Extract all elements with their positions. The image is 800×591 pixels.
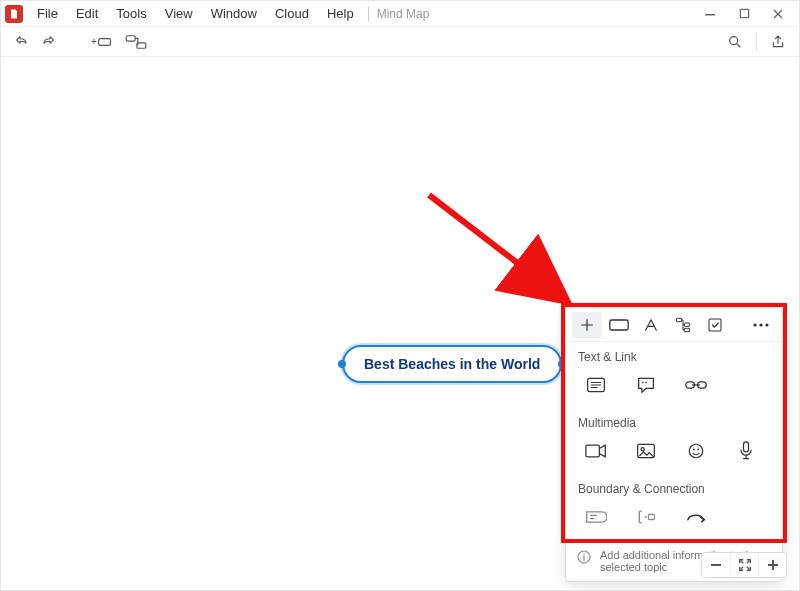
section-title-multimedia: Multimedia [578,416,770,430]
svg-rect-26 [649,515,655,520]
main-menu: File Edit Tools View Window Cloud Help [29,3,362,24]
insert-image-button[interactable] [628,436,664,466]
panel-tab-structure[interactable] [668,312,698,338]
panel-tab-shape[interactable] [604,312,634,338]
svg-rect-29 [711,564,721,566]
panel-tab-insert[interactable] [572,312,602,338]
window-minimize-button[interactable] [693,2,727,26]
menu-separator [368,7,369,21]
svg-rect-31 [772,560,774,570]
svg-point-14 [759,323,762,326]
app-icon [5,5,23,23]
svg-rect-0 [705,14,715,16]
undo-button[interactable] [9,30,35,54]
section-title-boundary-connection: Boundary & Connection [578,482,770,496]
panel-tab-text[interactable] [636,312,666,338]
node-handle-left[interactable] [338,360,346,368]
zoom-bar [701,552,787,578]
svg-rect-1 [740,9,748,17]
share-button[interactable] [765,30,791,54]
insert-video-button[interactable] [578,436,614,466]
annotation-arrow [419,185,599,325]
svg-point-23 [693,449,695,451]
insert-comment-button[interactable] [628,370,664,400]
svg-text:+: + [91,36,97,47]
menu-edit[interactable]: Edit [68,3,106,24]
panel-section-boundary-connection: Boundary & Connection [566,474,782,540]
svg-point-28 [583,554,585,556]
svg-rect-11 [684,328,689,331]
titlebar: File Edit Tools View Window Cloud Help M… [1,1,799,27]
menu-help[interactable]: Help [319,3,362,24]
toolbar-separator [756,33,757,51]
document-title: Mind Map [375,7,430,21]
insert-hyperlink-button[interactable] [678,370,714,400]
window-close-button[interactable] [761,2,795,26]
panel-section-multimedia: Multimedia [566,408,782,474]
menu-view[interactable]: View [157,3,201,24]
menu-tools[interactable]: Tools [108,3,154,24]
svg-rect-19 [586,445,600,457]
svg-point-15 [765,323,768,326]
insert-audio-button[interactable] [728,436,764,466]
insert-emoji-button[interactable] [678,436,714,466]
insert-summary-button[interactable] [628,502,664,532]
add-subtopic-button[interactable] [123,30,149,54]
svg-point-13 [753,323,756,326]
insert-note-button[interactable] [578,370,614,400]
panel-tab-strip [566,308,782,342]
svg-rect-12 [709,319,721,331]
zoom-fit-button[interactable] [730,553,758,577]
svg-point-24 [697,449,699,451]
svg-rect-10 [684,323,689,326]
svg-point-6 [730,36,738,44]
menu-file[interactable]: File [29,3,66,24]
add-topic-button[interactable]: + [89,30,115,54]
svg-rect-25 [744,442,749,452]
canvas[interactable]: Best Beaches in the World [1,57,799,562]
menu-cloud[interactable]: Cloud [267,3,317,24]
info-icon [576,549,592,565]
svg-rect-9 [676,318,681,321]
panel-section-text-link: Text & Link [566,342,782,408]
panel-tab-task[interactable] [700,312,730,338]
redo-button[interactable] [35,30,61,54]
toolbar: + [1,27,799,57]
insert-panel: Text & Link Multimedia [565,307,783,582]
svg-line-7 [429,195,559,295]
svg-point-22 [689,444,703,458]
svg-rect-8 [610,320,628,330]
zoom-in-button[interactable] [758,553,786,577]
search-button[interactable] [722,30,748,54]
root-topic-node[interactable]: Best Beaches in the World [342,345,562,383]
svg-rect-3 [99,38,111,45]
insert-relationship-button[interactable] [678,502,714,532]
menu-window[interactable]: Window [203,3,265,24]
root-topic-label: Best Beaches in the World [364,356,540,372]
window-maximize-button[interactable] [727,2,761,26]
panel-tab-more[interactable] [746,312,776,338]
zoom-out-button[interactable] [702,553,730,577]
svg-rect-4 [126,35,135,40]
section-title-text-link: Text & Link [578,350,770,364]
insert-boundary-button[interactable] [578,502,614,532]
svg-point-21 [641,448,644,451]
